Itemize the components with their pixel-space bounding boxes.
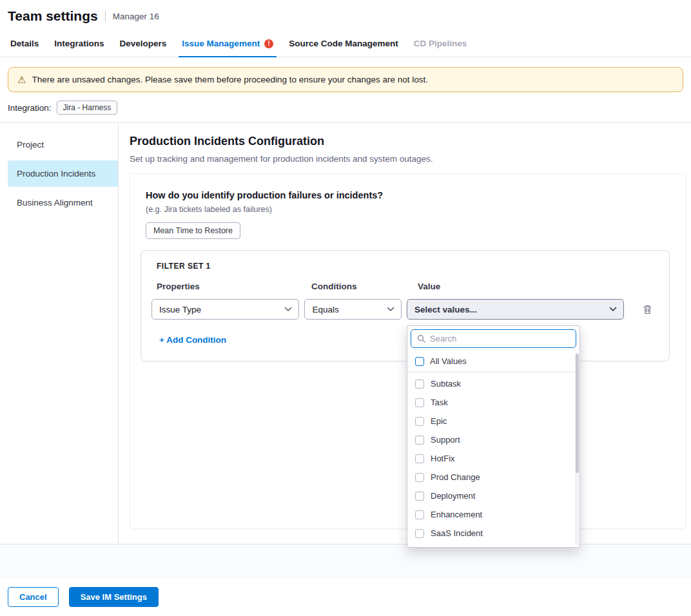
dropdown-scrollbar[interactable] <box>575 352 579 545</box>
dropdown-search <box>411 329 576 348</box>
tab-label: Developers <box>120 39 167 48</box>
option-checkbox[interactable] <box>415 454 424 463</box>
tab-label: CD Pipelines <box>414 39 467 48</box>
sidebar-item-business-alignment[interactable]: Business Alignment <box>8 189 118 216</box>
dropdown-option-enhancement[interactable]: Enhancement <box>407 505 579 524</box>
chevron-down-icon <box>609 307 617 312</box>
option-checkbox[interactable] <box>415 380 424 389</box>
team-settings-page: Team settings Manager 16 DetailsIntegrat… <box>0 0 691 616</box>
tab-label: Issue Management <box>182 39 260 48</box>
option-label: SaaS Incident <box>431 528 483 538</box>
column-value: Value <box>418 282 635 291</box>
option-label: HotFix <box>431 454 455 463</box>
page-title: Team settings <box>8 8 98 24</box>
question-hint: (e.g. Jira tickets labeled as failures) <box>146 205 670 214</box>
option-checkbox[interactable] <box>415 492 424 501</box>
warning-triangle-icon: ⚠ <box>17 75 26 84</box>
dropdown-option-deployment[interactable]: Deployment <box>407 486 579 505</box>
tab-source-code-management[interactable]: Source Code Management <box>281 30 406 57</box>
add-condition-button[interactable]: + Add Condition <box>159 335 226 345</box>
tab-label: Source Code Management <box>289 39 398 48</box>
property-select-value: Issue Type <box>159 305 201 314</box>
footer-actions: Cancel Save IM Settings <box>0 578 691 616</box>
value-select-placeholder: Select values... <box>414 305 477 314</box>
tab-label: Details <box>10 39 39 48</box>
option-checkbox[interactable] <box>415 473 424 482</box>
team-name: Manager 16 <box>113 12 159 21</box>
dropdown-option-support[interactable]: Support <box>407 430 579 449</box>
property-select[interactable]: Issue Type <box>151 299 299 320</box>
all-values-label: All Values <box>430 356 467 366</box>
option-checkbox[interactable] <box>415 529 424 538</box>
content-footer-spacer <box>0 544 691 578</box>
option-label: Epic <box>431 416 447 426</box>
tab-bar: DetailsIntegrationsDevelopersIssue Manag… <box>0 30 691 57</box>
main-panel: Production Incidents Configuration Set u… <box>119 123 691 544</box>
incidents-config-card: How do you identify production failures … <box>130 173 686 529</box>
sidebar-item-project[interactable]: Project <box>8 131 118 158</box>
value-dropdown: All Values SubtaskTaskEpicSupportHotFixP… <box>407 325 580 548</box>
tab-integrations[interactable]: Integrations <box>46 30 112 57</box>
integration-label: Integration: <box>8 103 52 113</box>
option-checkbox[interactable] <box>415 510 424 519</box>
tab-label: Integrations <box>54 39 104 48</box>
dropdown-option-all-values[interactable]: All Values <box>407 351 579 372</box>
option-label: Subtask <box>431 379 461 389</box>
warning-text: There are unsaved changes. Please save t… <box>32 75 428 84</box>
value-select[interactable]: Select values... <box>407 299 624 320</box>
delete-filter-button[interactable] <box>641 303 654 316</box>
content-area: ProjectProduction IncidentsBusiness Alig… <box>0 122 691 544</box>
chevron-down-icon <box>387 307 394 312</box>
option-label: Deployment <box>431 491 475 501</box>
section-subtitle: Set up tracking and management for produ… <box>130 154 686 164</box>
value-select-wrap: Select values... All Value <box>407 299 624 320</box>
tab-developers[interactable]: Developers <box>112 30 175 57</box>
dropdown-option-customer-notification[interactable]: Customer Notification <box>407 543 579 547</box>
unsaved-changes-banner: ⚠ There are unsaved changes. Please save… <box>8 67 683 92</box>
cancel-button[interactable]: Cancel <box>8 587 59 607</box>
metric-tab-mean-time-to-restore[interactable]: Mean Time to Restore <box>146 222 240 239</box>
dropdown-option-prod-change[interactable]: Prod Change <box>407 468 579 486</box>
filter-columns: Properties Conditions Value <box>157 282 654 291</box>
scrollbar-thumb[interactable] <box>576 354 579 473</box>
dropdown-option-hotfix[interactable]: HotFix <box>407 449 579 468</box>
settings-sidebar: ProjectProduction IncidentsBusiness Alig… <box>0 123 119 544</box>
tab-issue-management[interactable]: Issue Management! <box>174 30 281 57</box>
filter-set-title: FILTER SET 1 <box>157 262 654 271</box>
tab-cd-pipelines: CD Pipelines <box>406 30 475 57</box>
sidebar-item-production-incidents[interactable]: Production Incidents <box>8 160 118 187</box>
integration-chip[interactable]: Jira - Harness <box>57 101 118 115</box>
option-checkbox[interactable] <box>415 417 424 426</box>
section-title: Production Incidents Configuration <box>130 135 686 148</box>
option-label: Support <box>431 435 460 445</box>
option-label: Prod Change <box>431 472 480 482</box>
dropdown-option-task[interactable]: Task <box>407 393 579 412</box>
question-heading: How do you identify production failures … <box>146 190 670 200</box>
column-conditions: Conditions <box>311 282 413 291</box>
column-properties: Properties <box>157 282 306 291</box>
option-label: Task <box>431 398 448 407</box>
filter-row: Issue Type Equals Select values... <box>151 299 654 320</box>
condition-select-value: Equals <box>312 305 338 314</box>
condition-select[interactable]: Equals <box>304 299 402 320</box>
option-checkbox[interactable] <box>415 436 424 445</box>
option-label: Enhancement <box>431 510 482 519</box>
dropdown-option-epic[interactable]: Epic <box>407 412 579 430</box>
integration-row: Integration: Jira - Harness <box>8 101 683 115</box>
option-checkbox[interactable] <box>415 398 424 407</box>
filter-set-1: FILTER SET 1 Properties Conditions Value… <box>141 250 670 361</box>
tab-details[interactable]: Details <box>3 30 46 57</box>
title-divider <box>105 11 106 22</box>
unsaved-alert-badge: ! <box>264 39 273 48</box>
save-im-settings-button[interactable]: Save IM Settings <box>69 587 159 607</box>
dropdown-option-saas-incident[interactable]: SaaS Incident <box>407 524 579 543</box>
chevron-down-icon <box>284 307 292 312</box>
dropdown-options-list: SubtaskTaskEpicSupportHotFixProd ChangeD… <box>407 372 579 547</box>
page-header: Team settings Manager 16 <box>0 0 691 30</box>
dropdown-option-subtask[interactable]: Subtask <box>407 374 579 393</box>
all-values-checkbox[interactable] <box>415 357 424 366</box>
search-icon <box>417 334 425 343</box>
dropdown-search-input[interactable] <box>430 334 570 343</box>
